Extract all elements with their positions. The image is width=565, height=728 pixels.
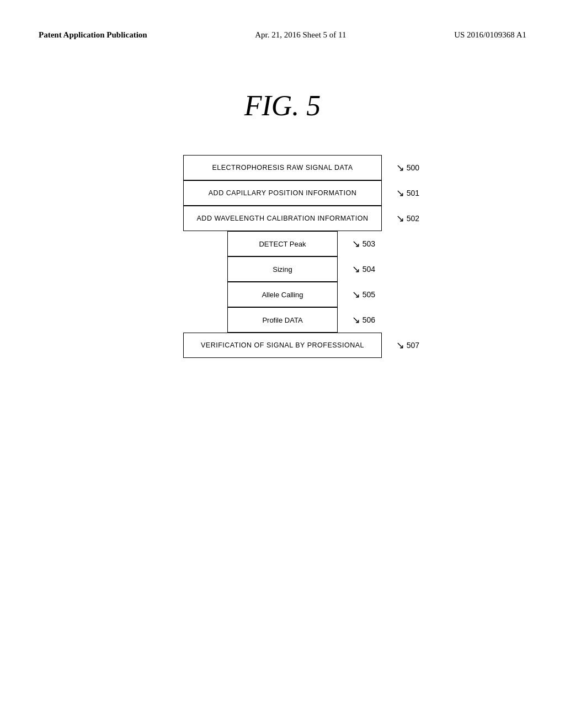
curve-icon-507: ↙: [396, 340, 404, 350]
flow-label-507: VERIFICATION OF SIGNAL BY PROFESSIONAL: [201, 341, 364, 349]
flow-box-507: VERIFICATION OF SIGNAL BY PROFESSIONAL: [183, 333, 382, 358]
flow-box-505: Allele Calling: [227, 282, 338, 307]
flow-row-505: Allele Calling ↙ 505: [227, 282, 338, 307]
flow-step-503: DETECT Peak ↙ 503: [227, 231, 338, 256]
flow-step-500: ELECTROPHORESIS RAW SIGNAL DATA ↙ 500: [183, 155, 382, 180]
flow-label-506: Profile DATA: [262, 316, 302, 324]
flow-id-504: ↙ 504: [352, 264, 375, 274]
curve-icon-503: ↙: [352, 239, 360, 249]
flow-label-504: Sizing: [273, 265, 292, 274]
flow-row-503: DETECT Peak ↙ 503: [227, 231, 338, 256]
curve-icon-500: ↙: [396, 163, 404, 173]
curve-icon-504: ↙: [352, 264, 360, 274]
flow-label-501: ADD CAPILLARY POSITION INFORMATION: [209, 189, 356, 197]
flow-number-501: 501: [407, 189, 419, 197]
flow-id-502: ↙ 502: [396, 213, 419, 223]
flow-box-503: DETECT Peak: [227, 231, 338, 256]
flow-step-507: VERIFICATION OF SIGNAL BY PROFESSIONAL ↙…: [183, 333, 382, 358]
flow-label-500: ELECTROPHORESIS RAW SIGNAL DATA: [212, 164, 353, 172]
flow-row-504: Sizing ↙ 504: [227, 256, 338, 282]
flow-step-501: ADD CAPILLARY POSITION INFORMATION ↙ 501: [183, 180, 382, 206]
flow-box-506: Profile DATA: [227, 307, 338, 333]
header: Patent Application Publication Apr. 21, …: [0, 0, 565, 40]
flow-box-504: Sizing: [227, 256, 338, 282]
flow-row-501: ADD CAPILLARY POSITION INFORMATION ↙ 501: [183, 180, 382, 206]
curve-icon-506: ↙: [352, 315, 360, 325]
flowchart: ELECTROPHORESIS RAW SIGNAL DATA ↙ 500 AD…: [0, 155, 565, 358]
header-patent-number: US 2016/0109368 A1: [454, 30, 526, 40]
flow-step-505: Allele Calling ↙ 505: [227, 282, 338, 307]
flow-number-500: 500: [407, 163, 419, 172]
flow-number-507: 507: [407, 341, 419, 350]
flow-id-503: ↙ 503: [352, 239, 375, 249]
flow-number-504: 504: [363, 265, 375, 274]
flow-number-503: 503: [363, 239, 375, 248]
flow-step-504: Sizing ↙ 504: [227, 256, 338, 282]
flow-id-506: ↙ 506: [352, 315, 375, 325]
flow-id-500: ↙ 500: [396, 163, 419, 173]
flow-box-501: ADD CAPILLARY POSITION INFORMATION: [183, 180, 382, 206]
header-publication-label: Patent Application Publication: [39, 30, 147, 40]
flow-number-506: 506: [363, 315, 375, 324]
flow-row-507: VERIFICATION OF SIGNAL BY PROFESSIONAL ↙…: [183, 333, 382, 358]
page: Patent Application Publication Apr. 21, …: [0, 0, 565, 728]
flow-id-507: ↙ 507: [396, 340, 419, 350]
flow-id-505: ↙ 505: [352, 290, 375, 299]
figure-title: FIG. 5: [0, 89, 565, 122]
flow-id-501: ↙ 501: [396, 188, 419, 198]
flow-row-502: ADD WAVELENGTH CALIBRATION INFORMATION ↙…: [183, 206, 382, 231]
flow-number-502: 502: [407, 214, 419, 223]
flow-label-503: DETECT Peak: [259, 240, 306, 248]
curve-icon-501: ↙: [396, 188, 404, 198]
curve-icon-502: ↙: [396, 213, 404, 223]
flow-step-502: ADD WAVELENGTH CALIBRATION INFORMATION ↙…: [183, 206, 382, 231]
flow-label-505: Allele Calling: [262, 291, 303, 299]
flow-number-505: 505: [363, 290, 375, 299]
flow-step-506: Profile DATA ↙ 506: [227, 307, 338, 333]
flow-row-506: Profile DATA ↙ 506: [227, 307, 338, 333]
header-date-sheet: Apr. 21, 2016 Sheet 5 of 11: [255, 30, 346, 40]
flow-box-502: ADD WAVELENGTH CALIBRATION INFORMATION: [183, 206, 382, 231]
flow-box-500: ELECTROPHORESIS RAW SIGNAL DATA: [183, 155, 382, 180]
fig-title-text: FIG. 5: [244, 90, 321, 121]
flow-label-502: ADD WAVELENGTH CALIBRATION INFORMATION: [197, 215, 369, 222]
curve-icon-505: ↙: [352, 290, 360, 299]
flow-row-500: ELECTROPHORESIS RAW SIGNAL DATA ↙ 500: [183, 155, 382, 180]
